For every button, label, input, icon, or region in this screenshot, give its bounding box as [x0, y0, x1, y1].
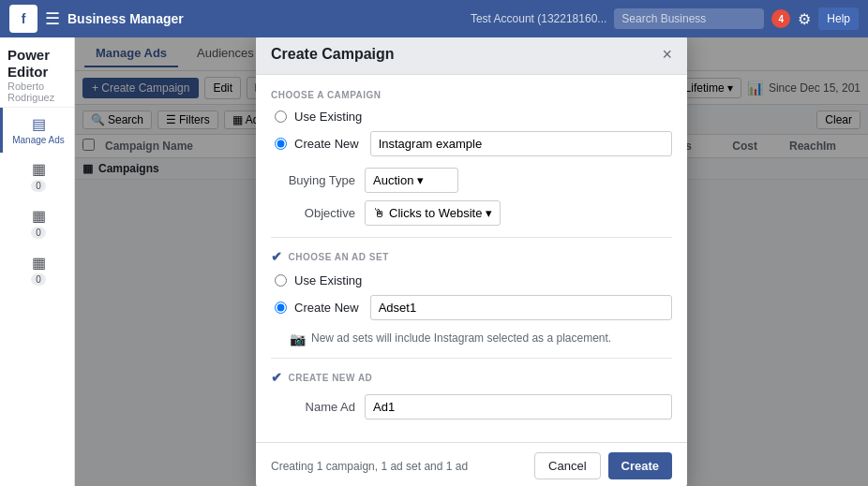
- sidebar-icon-0: ▦: [32, 160, 46, 178]
- sidebar-item-manage-ads[interactable]: ▤ Manage Ads: [0, 108, 74, 153]
- adset-note-text: New ad sets will include Instagram selec…: [311, 331, 611, 345]
- divider-1: [271, 237, 672, 238]
- sidebar-nav: ▤ Manage Ads ▦ 0 ▦ 0 ▦ 0: [0, 108, 74, 486]
- objective-row: Objective 🖱 Clicks to Website ▾: [271, 200, 672, 226]
- adset-check-icon: ✔: [271, 249, 283, 264]
- ad-name-input[interactable]: [365, 394, 672, 420]
- modal-overlay: Create Campaign × CHOOSE A CAMPAIGN Use …: [75, 37, 868, 486]
- adset-create-new-radio[interactable]: [275, 302, 287, 314]
- create-new-radio[interactable]: [275, 138, 287, 150]
- sidebar-icon-2: ▦: [32, 254, 46, 272]
- sidebar-app-subtitle: Roberto Rodriguez: [7, 81, 67, 103]
- objective-label: Objective: [271, 206, 355, 220]
- sidebar-header: Power Editor Roberto Rodriguez: [0, 37, 74, 108]
- sidebar-item-1[interactable]: ▦ 0: [0, 199, 74, 246]
- modal-body: CHOOSE A CAMPAIGN Use Existing Create Ne…: [256, 75, 687, 442]
- fb-logo: f: [9, 5, 37, 33]
- adset-create-new-row: Create New: [275, 295, 672, 320]
- footer-buttons: Cancel Create: [534, 452, 672, 479]
- use-existing-radio[interactable]: [275, 110, 287, 123]
- settings-icon[interactable]: ⚙: [798, 10, 811, 28]
- use-existing-label[interactable]: Use Existing: [294, 110, 362, 124]
- campaign-radio-group: Use Existing Create New: [271, 110, 672, 156]
- modal-footer: Creating 1 campaign, 1 ad set and 1 ad C…: [256, 442, 687, 486]
- adset-create-new-label[interactable]: Create New: [294, 301, 359, 315]
- sidebar: Power Editor Roberto Rodriguez ▤ Manage …: [0, 37, 75, 486]
- sidebar-count-0: 0: [31, 180, 46, 192]
- footer-note: Creating 1 campaign, 1 ad set and 1 ad: [271, 460, 468, 473]
- instagram-icon: 📷: [290, 331, 306, 346]
- hamburger-icon[interactable]: ☰: [45, 8, 60, 29]
- buying-objective-group: Buying Type Auction ▾ Objective 🖱 Clicks…: [271, 168, 672, 226]
- use-existing-row: Use Existing: [275, 110, 672, 124]
- sidebar-item-2[interactable]: ▦ 0: [0, 246, 74, 293]
- adset-info-note: 📷 New ad sets will include Instagram sel…: [271, 331, 672, 346]
- buying-type-label: Buying Type: [271, 173, 355, 187]
- section-campaign-label: CHOOSE A CAMPAIGN: [271, 90, 672, 100]
- nav-title: Business Manager: [67, 11, 463, 26]
- section-campaign-text: CHOOSE A CAMPAIGN: [271, 90, 382, 100]
- create-campaign-modal: Create Campaign × CHOOSE A CAMPAIGN Use …: [256, 37, 687, 486]
- create-new-label[interactable]: Create New: [294, 137, 359, 151]
- notification-badge[interactable]: 4: [771, 9, 790, 28]
- adset-use-existing-label[interactable]: Use Existing: [294, 273, 362, 287]
- sidebar-count-1: 0: [31, 227, 46, 239]
- help-button[interactable]: Help: [818, 7, 859, 30]
- adset-name-input[interactable]: [370, 295, 672, 320]
- top-nav: f ☰ Business Manager Test Account (13221…: [0, 0, 868, 37]
- ad-name-row: Name Ad: [271, 394, 672, 420]
- adset-use-existing-radio[interactable]: [275, 274, 287, 287]
- cancel-button[interactable]: Cancel: [534, 452, 600, 479]
- ad-name-label: Name Ad: [271, 400, 355, 414]
- section-adset-text: CHOOSE AN AD SET: [289, 252, 389, 262]
- app-body: Power Editor Roberto Rodriguez ▤ Manage …: [0, 37, 868, 486]
- sidebar-app-title: Power Editor: [7, 47, 67, 81]
- divider-2: [271, 358, 672, 359]
- adset-radio-group: Use Existing Create New: [271, 273, 672, 320]
- nav-right: 4 ⚙ Help: [614, 7, 859, 30]
- section-ad-text: CREATE NEW AD: [289, 373, 373, 383]
- sidebar-item-label-manage-ads: Manage Ads: [12, 135, 65, 145]
- create-button[interactable]: Create: [608, 452, 672, 479]
- sidebar-item-0[interactable]: ▦ 0: [0, 153, 74, 199]
- section-ad-label: ✔ CREATE NEW AD: [271, 370, 672, 385]
- account-info: Test Account (132218160...: [471, 12, 606, 25]
- ad-check-icon: ✔: [271, 370, 283, 385]
- cursor-icon: 🖱: [373, 206, 385, 220]
- modal-close-button[interactable]: ×: [662, 46, 672, 63]
- sidebar-icon-1: ▦: [32, 207, 46, 225]
- buying-type-row: Buying Type Auction ▾: [271, 168, 672, 193]
- modal-title: Create Campaign: [271, 46, 395, 63]
- manage-ads-icon: ▤: [32, 115, 46, 133]
- main-content: Manage Ads Audiences Image Library + Cre…: [75, 37, 868, 486]
- adset-use-existing-row: Use Existing: [275, 273, 672, 287]
- sidebar-count-2: 0: [31, 273, 46, 286]
- objective-value: Clicks to Website ▾: [389, 206, 492, 220]
- create-new-row: Create New: [275, 131, 672, 156]
- objective-select[interactable]: 🖱 Clicks to Website ▾: [365, 200, 501, 226]
- modal-header: Create Campaign ×: [256, 37, 687, 75]
- buying-type-select[interactable]: Auction ▾: [365, 168, 458, 193]
- section-adset-label: ✔ CHOOSE AN AD SET: [271, 249, 672, 264]
- search-nav-input[interactable]: [614, 8, 764, 29]
- campaign-name-input[interactable]: [370, 131, 672, 156]
